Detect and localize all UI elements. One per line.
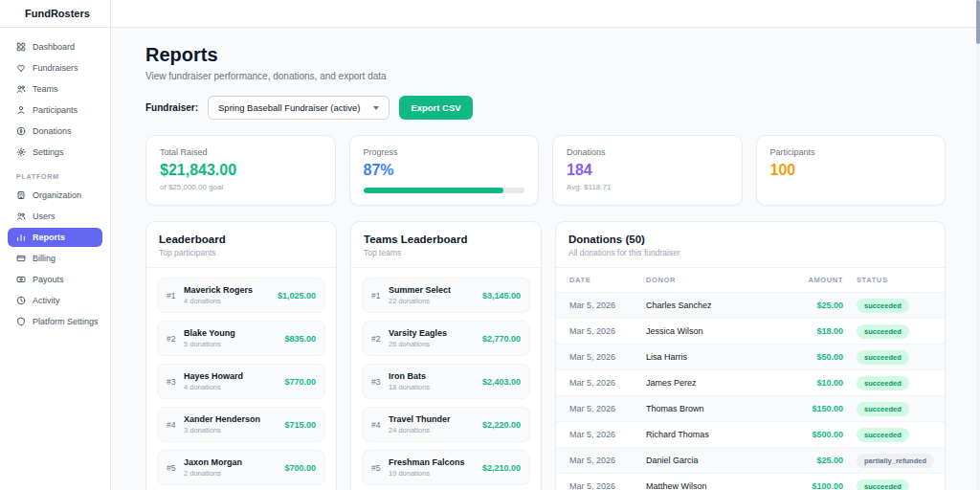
scrollbar-track[interactable] [976,0,980,490]
gear-icon [16,147,26,157]
status-badge: succeeded [857,324,909,339]
donation-row: Mar 5, 2026 James Perez $10.00 succeeded [556,370,945,396]
sidebar-item-platform-settings[interactable]: Platform Settings [8,312,102,331]
amount-value: $3,145.00 [477,291,521,301]
rank-label: #5 [371,463,389,473]
donation-row: Mar 5, 2026 Richard Thomas $500.00 succe… [556,422,945,448]
teams-leaderboard-header: Teams Leaderboard Top teams [351,222,541,268]
stat-label: Donations [567,147,728,157]
stat-sub: of $25,000.00 goal [160,183,322,191]
sidebar-item-label: Reports [33,233,65,242]
donations-header: Donations (50) All donations for this fu… [556,222,945,268]
donation-row: Mar 5, 2026 Lisa Harris $50.00 succeeded [556,345,945,370]
page-subtitle: View fundraiser performance, donations, … [145,71,946,81]
donation-row: Mar 5, 2026 Thomas Brown $150.00 succeed… [556,396,945,422]
donation-date: Mar 5, 2026 [569,481,646,490]
stat-card-participants: Participants 100 [756,135,947,206]
chevron-down-icon [373,106,379,110]
stat-label: Total Raised [160,147,322,157]
rank-label: #1 [371,291,389,301]
export-csv-button[interactable]: Export CSV [399,96,472,120]
chart-icon [16,233,26,242]
dashboard-icon [16,42,26,52]
sidebar-item-label: Users [33,212,56,221]
donation-row: Mar 5, 2026 Charles Sanchez $25.00 succe… [556,293,945,319]
donation-count: 26 donations [389,340,447,348]
participant-name: Xander Henderson [184,414,260,424]
shield-icon [16,317,26,326]
amount-value: $2,220.00 [477,420,521,430]
donation-date: Mar 5, 2026 [569,352,646,362]
team-name: Iron Bats [389,371,430,381]
donation-amount: $25.00 [774,301,843,310]
donor-name: Jessica Wilson [646,326,774,336]
sidebar-item-label: Donations [33,126,72,136]
donor-name: Charles Sanchez [646,301,774,310]
donation-count: 2 donations [184,469,242,478]
leaderboard-subtitle: Top participants [159,248,323,257]
rank-label: #4 [371,420,389,430]
sidebar-item-label: Fundraisers [33,63,78,73]
status-cell: succeeded [843,402,931,416]
donation-count: 24 donations [389,426,451,434]
sidebar-item-donations[interactable]: Donations [8,122,102,141]
sidebar-item-organization[interactable]: Organization [8,186,102,205]
team-row: #4 Travel Thunder 24 donations $2,220.00 [362,407,530,442]
fundraiser-select[interactable]: Spring Baseball Fundraiser (active) [208,96,390,120]
sidebar-item-billing[interactable]: Billing [8,249,102,268]
sidebar-item-fundraisers[interactable]: Fundraisers [8,58,102,78]
status-badge: succeeded [857,402,909,416]
toolbar: Fundraiser: Spring Baseball Fundraiser (… [145,96,946,120]
donation-amount: $150.00 [774,404,843,413]
team-row: #2 Varsity Eagles 26 donations $2,770.00 [362,321,530,356]
sidebar-item-label: Settings [33,147,64,157]
donation-amount: $100.00 [774,481,843,490]
status-badge: partially_refunded [857,454,934,468]
donor-name: Lisa Harris [646,352,774,362]
donation-count: 3 donations [184,426,260,434]
status-cell: succeeded [843,299,931,313]
amount-value: $835.00 [278,334,316,344]
donor-name: Matthew Wilson [646,481,774,490]
rank-label: #2 [371,334,389,344]
donation-amount: $500.00 [774,430,843,439]
sidebar-item-label: Activity [33,296,60,305]
donations-subtitle: All donations for this fundraiser [568,248,932,257]
card-icon [16,254,26,263]
participant-name: Blake Young [184,328,235,338]
leaderboard-row: #2 Blake Young 5 donations $835.00 [157,321,325,356]
participant-name: Jaxon Morgan [184,457,242,467]
amount-value: $2,210.00 [477,463,521,473]
donation-count: 4 donations [184,297,253,305]
sidebar-item-payouts[interactable]: Payouts [8,270,102,289]
scrollbar-thumb[interactable] [976,0,980,44]
leaderboard-rows: #1 Maverick Rogers 4 donations $1,025.00… [146,268,336,490]
donation-date: Mar 5, 2026 [569,378,646,388]
sidebar-item-users[interactable]: Users [8,207,102,226]
donation-date: Mar 5, 2026 [569,430,646,439]
donor-name: Thomas Brown [646,404,774,413]
stat-value: $21,843.00 [160,162,322,179]
sidebar-item-dashboard[interactable]: Dashboard [8,37,102,56]
sidebar-item-label: Billing [33,254,56,263]
leaderboard-row: #3 Hayes Howard 4 donations $770.00 [157,364,325,399]
sidebar-item-settings[interactable]: Settings [8,143,102,162]
sidebar-nav: Dashboard Fundraisers Teams Participants… [0,28,110,343]
column-header-status: STATUS [843,276,931,284]
topbar [111,0,980,28]
sidebar-item-reports[interactable]: Reports [8,228,102,247]
donations-panel: Donations (50) All donations for this fu… [555,221,946,490]
leaderboard-row: #1 Maverick Rogers 4 donations $1,025.00 [157,278,325,313]
sidebar-item-activity[interactable]: Activity [8,291,102,310]
stat-value: 100 [770,162,932,179]
donor-name: Richard Thomas [646,430,774,439]
stat-cards: Total Raised $21,843.00 of $25,000.00 go… [145,135,946,206]
stat-card-progress: Progress 87% [349,135,540,206]
main-area: Reports View fundraiser performance, don… [111,0,980,490]
user-icon [16,105,26,115]
donation-count: 19 donations [389,469,465,478]
sidebar-item-participants[interactable]: Participants [8,100,102,120]
fundraiser-label: Fundraiser: [145,102,198,113]
team-row: #5 Freshman Falcons 19 donations $2,210.… [362,450,530,485]
sidebar-item-teams[interactable]: Teams [8,79,102,99]
